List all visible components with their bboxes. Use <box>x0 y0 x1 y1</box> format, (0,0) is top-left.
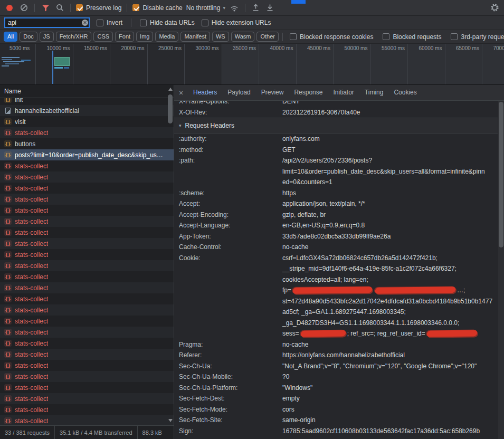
hide-extension-urls-checkbox[interactable]: Hide extension URLs <box>202 19 271 26</box>
type-filter-js[interactable]: JS <box>40 32 54 42</box>
request-row[interactable]: {}stats-collect <box>0 282 174 293</box>
request-row[interactable]: {}stats-collect <box>0 327 174 338</box>
request-row[interactable]: {}stats-collect <box>0 183 174 194</box>
request-row[interactable]: {}stats-collect <box>0 238 174 249</box>
request-row[interactable]: {}stats-collect <box>0 349 174 360</box>
scroll-down-icon[interactable] <box>168 419 173 422</box>
header-value: no-cache <box>282 242 498 253</box>
type-filter-wasm[interactable]: Wasm <box>231 32 255 42</box>
filter-input-wrap: ✕ <box>4 17 90 28</box>
settings-button[interactable] <box>489 3 500 13</box>
header-row: Sec-Ch-Ua:"Not_A Brand";v="8", "Chromium… <box>174 361 498 372</box>
checkbox-blocked-response-cookies[interactable]: Blocked response cookies <box>290 33 373 41</box>
request-headers-section[interactable]: ▾ Request Headers <box>174 118 498 133</box>
type-filter-media[interactable]: Media <box>155 32 178 42</box>
type-filter-fetch-xhr[interactable]: Fetch/XHR <box>56 32 92 42</box>
timeline-label: 50000 ms <box>345 45 368 51</box>
request-row[interactable]: {}stats-collect <box>0 293 174 304</box>
request-row[interactable]: {}stats-collect <box>0 316 174 327</box>
request-type-filter-row: AllDocJSFetch/XHRCSSFontImgMediaManifest… <box>0 30 504 44</box>
script-icon: {} <box>4 307 12 313</box>
type-filter-doc[interactable]: Doc <box>20 32 37 42</box>
record-button[interactable] <box>4 3 15 13</box>
request-list-scrollbar[interactable] <box>167 86 173 424</box>
clear-button[interactable] <box>18 3 29 13</box>
request-row[interactable]: {}buttons <box>0 138 174 149</box>
invert-checkbox[interactable]: Invert <box>97 19 122 26</box>
request-row[interactable]: {}stats-collect <box>0 304 174 316</box>
more-filter-checkboxes: Blocked response cookiesBlocked requests… <box>287 33 504 41</box>
waterfall-block <box>54 57 70 66</box>
search-button[interactable] <box>54 3 65 13</box>
request-name: posts?limit=10&order=publish_date_desc&s… <box>15 151 166 159</box>
name-column-header[interactable]: Name <box>0 85 174 98</box>
timeline-label: 55000 ms <box>382 45 405 51</box>
tab-preview[interactable]: Preview <box>256 85 289 100</box>
header-row: Sec-Fetch-Mode:cors <box>174 404 498 415</box>
request-row[interactable]: {}stats-collect <box>0 271 174 282</box>
scroll-up-icon[interactable] <box>168 88 173 91</box>
preserve-log-checkbox[interactable]: Preserve log <box>76 4 121 12</box>
type-filter-img[interactable]: Img <box>136 32 153 42</box>
network-overview-timeline[interactable]: 5000 ms10000 ms15000 ms20000 ms25000 ms3… <box>0 44 504 85</box>
request-row[interactable]: {}stats-collect <box>0 205 174 216</box>
checkbox-blocked-requests[interactable]: Blocked requests <box>383 33 441 41</box>
request-row[interactable]: {}stats-collect <box>0 216 174 227</box>
tab-payload[interactable]: Payload <box>222 85 255 100</box>
script-icon: {} <box>4 351 12 358</box>
type-filter-manifest[interactable]: Manifest <box>180 32 210 42</box>
filter-input[interactable] <box>4 17 90 28</box>
close-icon[interactable]: × <box>174 89 188 97</box>
request-row[interactable]: {}stats-collect <box>0 127 174 138</box>
header-value: "Not_A Brand";v="8", "Chromium";v="120",… <box>282 361 498 372</box>
type-filter-all[interactable]: All <box>4 32 17 42</box>
type-filter-css[interactable]: CSS <box>93 32 113 42</box>
request-name: stats-collect <box>15 262 48 270</box>
scrollbar-thumb[interactable] <box>168 94 173 123</box>
filter-toggle-button[interactable] <box>40 3 51 13</box>
request-row[interactable]: {}posts?limit=10&order=publish_date_desc… <box>0 149 174 160</box>
request-row[interactable]: {}stats-collect <box>0 360 174 371</box>
tab-headers[interactable]: Headers <box>188 85 222 100</box>
request-row[interactable]: {}stats-collect <box>0 415 174 425</box>
import-har-button[interactable] <box>251 3 261 13</box>
summary-bar: 33 / 381 requests35.1 kB / 4.4 MB transf… <box>0 425 174 439</box>
header-value: application/json, text/plain, */* <box>282 198 498 209</box>
request-row[interactable]: {}stats-collect <box>0 227 174 238</box>
tab-timing[interactable]: Timing <box>359 85 389 100</box>
scrollbar-thumb[interactable] <box>499 102 503 247</box>
type-filter-other[interactable]: Other <box>256 32 279 42</box>
checkbox-3rd-party-requests[interactable]: 3rd-party requests <box>451 33 504 41</box>
type-filter-font[interactable]: Font <box>115 32 134 42</box>
request-name: visit <box>15 118 26 126</box>
redaction-scribble <box>375 287 456 294</box>
request-row[interactable]: {}init <box>0 98 174 105</box>
header-value: https <box>282 188 498 199</box>
gear-icon <box>490 3 499 12</box>
tab-response[interactable]: Response <box>289 85 328 100</box>
request-row[interactable]: {}stats-collect <box>0 404 174 415</box>
request-row[interactable]: {}stats-collect <box>0 160 174 171</box>
export-har-button[interactable] <box>265 3 275 13</box>
request-row[interactable]: hannahelizabethofficial <box>0 105 174 116</box>
clear-filter-icon[interactable]: ✕ <box>82 20 88 26</box>
throttling-dropdown[interactable]: No throttling ▾ <box>186 4 225 12</box>
disable-cache-checkbox[interactable]: Disable cache <box>132 4 182 12</box>
details-scrollbar[interactable] <box>498 101 504 439</box>
request-row[interactable]: {}visit <box>0 116 174 127</box>
type-filter-ws[interactable]: WS <box>212 32 229 42</box>
request-row[interactable]: {}stats-collect <box>0 382 174 393</box>
request-row[interactable]: {}stats-collect <box>0 171 174 183</box>
request-row[interactable]: {}stats-collect <box>0 393 174 404</box>
request-row[interactable]: {}stats-collect <box>0 249 174 260</box>
request-row[interactable]: {}stats-collect <box>0 194 174 205</box>
tab-cookies[interactable]: Cookies <box>388 85 422 100</box>
request-row[interactable]: {}stats-collect <box>0 338 174 349</box>
tab-initiator[interactable]: Initiator <box>328 85 359 100</box>
request-row[interactable]: {}stats-collect <box>0 260 174 271</box>
timeline-label: 60000 ms <box>419 45 442 51</box>
request-row[interactable]: {}stats-collect <box>0 371 174 382</box>
network-conditions-button[interactable] <box>229 3 240 13</box>
timeline-label: 35000 ms <box>233 45 256 51</box>
hide-data-urls-checkbox[interactable]: Hide data URLs <box>140 19 195 26</box>
